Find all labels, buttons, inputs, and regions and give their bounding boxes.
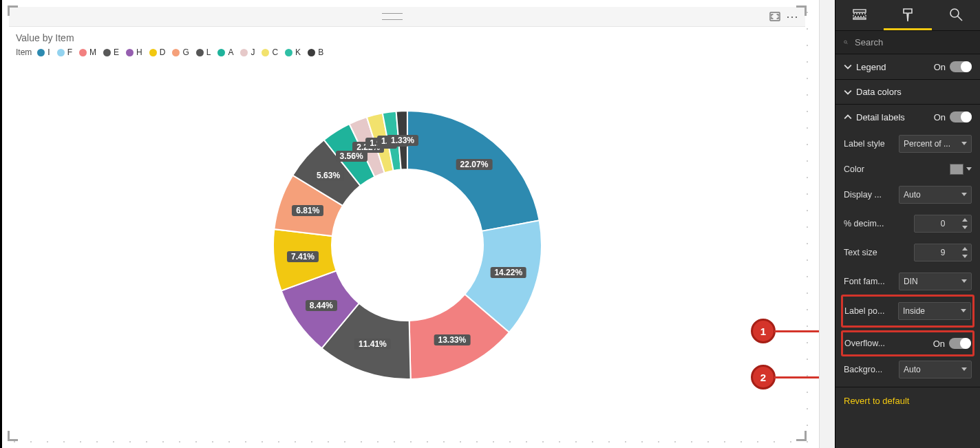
spinner-icon[interactable] [960,216,970,231]
chevron-down-icon [961,309,966,313]
legend-item[interactable]: D [149,47,166,57]
legend-item-label: B [318,47,323,57]
donut-data-label: 13.33% [434,334,470,345]
legend-item[interactable]: B [308,47,323,57]
overflow-text-label: Overflow... [844,339,885,348]
callout-arrow-1 [774,330,819,332]
drag-handle-icon[interactable] [382,13,403,20]
background-label: Backgro... [844,365,882,374]
label-position-dropdown[interactable]: Inside [898,302,971,320]
donut-data-label: 7.41% [287,251,319,262]
legend-item[interactable]: I [37,47,50,57]
decimal-label: % decim... [844,219,884,228]
legend-swatch-icon [285,49,292,56]
legend-item[interactable]: E [103,47,119,57]
legend-swatch-icon [262,49,269,56]
revert-to-default-link[interactable]: Revert to default [835,387,980,414]
label-style-value: Percent of ... [904,139,950,149]
legend-swatch-icon [37,49,45,56]
resize-handle-top-right[interactable] [796,6,807,16]
search-input[interactable] [853,36,972,48]
color-swatch [950,164,963,175]
row-overflow-text: Overflow... On [844,332,971,354]
display-units-dropdown[interactable]: Auto [899,186,972,204]
legend-item-label: I [47,47,50,57]
svg-point-6 [844,41,847,43]
tab-fields[interactable] [835,0,884,30]
text-size-stepper[interactable]: 9 [914,244,972,262]
label-position-label: Label po... [844,306,884,316]
pane-collapse-gutter[interactable] [819,0,835,448]
visualizations-format-panel: Legend On Data colors [835,0,980,448]
donut-visual-frame[interactable]: ⋯ Value by Item Item IFMEHDGLAJCKB 22.07… [9,7,805,440]
row-label-position: Label po... Inside [844,297,971,326]
color-picker[interactable] [950,164,972,175]
legend-field-label: Item [16,47,32,57]
card-data-colors-label: Data colors [856,87,902,97]
legend-item[interactable]: G [172,47,189,57]
chevron-down-icon [961,142,967,146]
detail-labels-on-text: On [934,112,946,122]
card-detail-labels: Detail labels On Label style Percent of … [835,105,980,387]
legend-on-text: On [934,62,946,72]
detail-labels-toggle[interactable] [950,111,972,122]
callout-badge-2: 2 [751,365,776,390]
legend-swatch-icon [240,49,248,56]
card-data-colors: Data colors [835,80,980,105]
row-font-family: Font fam... DIN [844,267,972,296]
legend-item[interactable]: H [126,47,142,57]
color-label: Color [844,164,864,174]
legend-swatch-icon [57,49,65,56]
chevron-down-icon [844,63,852,71]
background-dropdown[interactable]: Auto [899,361,972,378]
donut-chart[interactable]: 22.07%14.22%13.33%11.41%8.44%7.41%6.81%5… [259,97,555,393]
legend-swatch-icon [126,49,134,56]
legend-item[interactable]: J [240,47,255,57]
font-family-dropdown[interactable]: DIN [899,273,972,290]
legend-item-label: M [89,47,96,57]
search-row[interactable] [835,31,980,54]
decimal-value: 0 [941,219,946,228]
background-value: Auto [904,365,921,374]
legend-item-label: L [206,47,211,57]
legend-item[interactable]: C [262,47,278,57]
card-legend-header[interactable]: Legend On [835,54,980,79]
legend-item[interactable]: A [217,47,233,57]
text-size-value: 9 [941,248,946,257]
chevron-down-icon [961,279,967,284]
resize-handle-top-left[interactable] [8,6,18,16]
focus-mode-icon[interactable] [769,12,780,21]
visual-header: ⋯ [9,7,805,27]
display-units-label: Display ... [844,190,882,200]
label-position-value: Inside [903,306,925,316]
legend-toggle[interactable] [950,61,972,72]
legend-item[interactable]: F [57,47,72,57]
donut-slice[interactable] [407,111,540,231]
card-data-colors-header[interactable]: Data colors [835,80,980,104]
resize-handle-bottom-left[interactable] [8,431,18,441]
spinner-icon[interactable] [960,245,970,260]
legend-item-label: A [228,47,233,57]
card-detail-labels-header[interactable]: Detail labels On [835,105,980,129]
legend-item[interactable]: L [196,47,211,57]
donut-data-label: 22.07% [456,159,493,170]
legend-swatch-icon [196,49,204,56]
legend-item-label: K [295,47,301,57]
legend-item[interactable]: M [79,47,96,57]
tab-format[interactable] [884,0,932,30]
tab-analytics[interactable] [932,0,980,30]
chart-title: Value by Item [9,27,805,45]
overflow-text-toggle[interactable] [949,338,971,349]
svg-rect-3 [853,18,866,19]
resize-handle-bottom-right[interactable] [796,431,807,441]
legend-item-label: E [114,47,119,57]
font-family-label: Font fam... [844,277,885,286]
decimal-stepper[interactable]: 0 [914,215,972,233]
legend-item-label: G [182,47,189,57]
label-style-dropdown[interactable]: Percent of ... [899,135,972,153]
overflow-text-on-text: On [933,339,945,349]
report-canvas[interactable]: ⋯ Value by Item Item IFMEHDGLAJCKB 22.07… [0,0,819,448]
legend-item[interactable]: K [285,47,301,57]
callout-badge-1: 1 [751,319,776,343]
donut-data-label: 1.33% [387,135,418,146]
